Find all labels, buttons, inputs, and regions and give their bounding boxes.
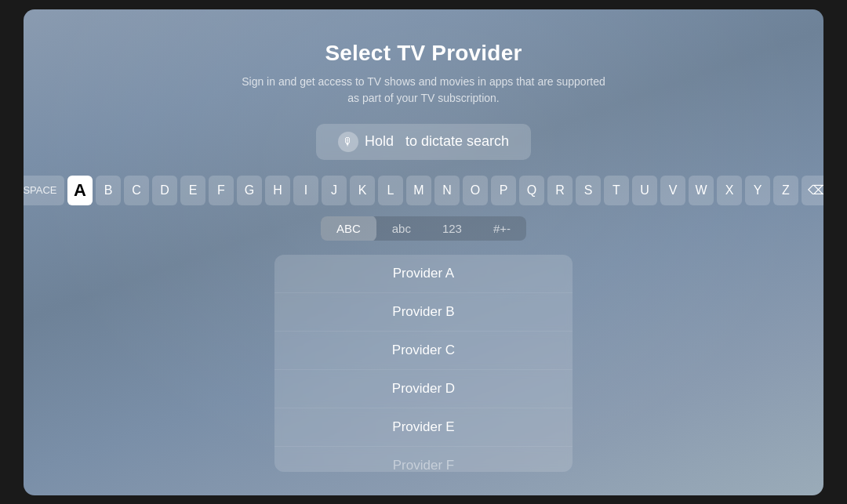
key-U[interactable]: U [632,176,657,205]
key-I[interactable]: I [293,176,318,205]
key-Y[interactable]: Y [745,176,770,205]
keyboard-row: SPACE A B C D E F G H I J K L M N O P Q … [71,176,776,205]
tv-screen: Select TV Provider Sign in and get acces… [24,9,823,495]
provider-item-c[interactable]: Provider C [274,332,573,370]
key-C[interactable]: C [124,176,149,205]
key-D[interactable]: D [152,176,177,205]
dictate-search-button[interactable]: 🎙 Hold to dictate search [316,124,531,160]
key-Z[interactable]: Z [773,176,798,205]
key-G[interactable]: G [237,176,262,205]
page-subtitle: Sign in and get access to TV shows and m… [235,74,612,107]
key-X[interactable]: X [717,176,742,205]
page-title: Select TV Provider [325,41,522,66]
backspace-key[interactable]: ⌫ [802,176,823,205]
key-W[interactable]: W [689,176,714,205]
key-O[interactable]: O [463,176,488,205]
key-T[interactable]: T [604,176,629,205]
provider-item-a[interactable]: Provider A [274,255,573,293]
key-L[interactable]: L [378,176,403,205]
provider-item-d[interactable]: Provider D [274,370,573,408]
key-H[interactable]: H [265,176,290,205]
key-J[interactable]: J [322,176,347,205]
space-key[interactable]: SPACE [24,176,64,205]
provider-item-e[interactable]: Provider E [274,408,573,447]
mode-symbols[interactable]: #+- [478,216,526,241]
provider-list: Provider A Provider B Provider C Provide… [274,255,573,472]
key-N[interactable]: N [434,176,460,205]
provider-item-f[interactable]: Provider F [274,447,573,472]
key-Q[interactable]: Q [519,176,544,205]
mode-selector: ABC abc 123 #+- [321,216,526,241]
key-P[interactable]: P [491,176,516,205]
dictate-label: Hold to dictate search [365,133,509,150]
key-M[interactable]: M [406,176,431,205]
key-R[interactable]: R [547,176,573,205]
key-A[interactable]: A [67,176,93,205]
key-E[interactable]: E [180,176,205,205]
key-K[interactable]: K [350,176,375,205]
key-V[interactable]: V [660,176,685,205]
key-S[interactable]: S [576,176,601,205]
key-F[interactable]: F [209,176,234,205]
mode-ABC[interactable]: ABC [321,216,376,241]
microphone-icon: 🎙 [338,132,358,152]
key-B[interactable]: B [96,176,121,205]
mode-123[interactable]: 123 [427,216,478,241]
mode-abc[interactable]: abc [376,216,427,241]
provider-item-b[interactable]: Provider B [274,293,573,332]
